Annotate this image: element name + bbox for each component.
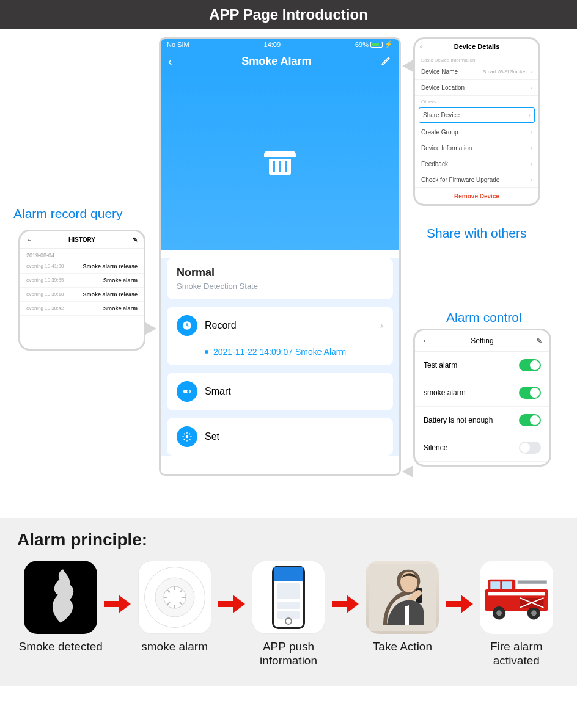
arrow-icon — [104, 595, 131, 616]
back-icon[interactable]: ‹ — [168, 54, 172, 68]
setting-row: Battery is not enough — [415, 407, 549, 434]
history-header: ← HISTORY ✎ — [20, 231, 144, 249]
setting-row: Test alarm — [415, 352, 549, 379]
diagram-stage: Alarm record query Share with others Ala… — [0, 29, 577, 518]
details-section-basic: Basic Device Information — [415, 54, 538, 64]
history-row: evening 19:39:55Smoke alarm — [20, 274, 144, 288]
label-alarm-control: Alarm control — [446, 310, 522, 325]
history-date: 2019-08-04 — [20, 249, 144, 260]
details-share-row[interactable]: Share Device› — [419, 107, 535, 123]
status-time: 14:09 — [264, 41, 281, 48]
banner-title: APP Page Introduction — [209, 6, 368, 23]
state-title: Normal — [177, 266, 383, 279]
edit-icon[interactable]: ✎ — [536, 337, 542, 345]
restore-defaults[interactable]: Restore Factory Defaults — [415, 205, 538, 206]
pointer-triangle — [402, 60, 413, 72]
svg-point-27 — [496, 610, 502, 616]
back-icon[interactable]: ‹ — [420, 43, 422, 50]
principle-section: Alarm principle: Smoke detected smoke al… — [0, 518, 577, 686]
label-alarm-record: Alarm record query — [13, 206, 123, 221]
toggle-switch[interactable] — [519, 414, 541, 426]
charging-icon: ⚡ — [384, 40, 393, 48]
details-name-row[interactable]: Device NameSmart Wi-Fi Smoke... › — [415, 64, 538, 80]
setting-row: Silence — [415, 434, 549, 462]
history-row: evening 19:38:42Smoke alarm — [20, 302, 144, 316]
battery-icon — [370, 42, 383, 48]
fire-truck-icon — [480, 561, 553, 634]
edit-icon[interactable] — [381, 55, 392, 68]
detector-icon — [138, 561, 211, 634]
setting-row: smoke alarm — [415, 379, 549, 407]
clock-icon — [177, 315, 197, 336]
status-bar: No SIM 14:09 69% ⚡ — [161, 39, 399, 49]
details-info-row[interactable]: Device Information› — [415, 140, 538, 156]
hero-area — [161, 73, 399, 250]
bullet-icon — [205, 350, 208, 354]
toggle-switch[interactable] — [519, 359, 541, 371]
step-smoke-detected: Smoke detected — [17, 561, 104, 654]
details-location-row[interactable]: Device Location› — [415, 80, 538, 96]
smart-card[interactable]: Smart — [167, 373, 393, 410]
step-fire-alarm: Fire alarm activated — [473, 561, 560, 668]
step-take-action: Take Action — [359, 561, 446, 654]
toggle-switch[interactable] — [519, 442, 541, 454]
status-battery: 69% ⚡ — [355, 40, 393, 48]
details-group-row[interactable]: Create Group› — [415, 125, 538, 140]
back-icon[interactable]: ← — [422, 337, 430, 345]
phone-icon — [252, 561, 325, 634]
status-carrier: No SIM — [167, 41, 189, 48]
pointer-triangle — [145, 322, 156, 335]
edit-icon[interactable]: ✎ — [133, 236, 138, 243]
arrow-icon — [218, 595, 245, 616]
arrow-icon — [446, 595, 473, 616]
history-popout: ← HISTORY ✎ 2019-08-04 evening 19:41:30S… — [18, 230, 145, 351]
history-row: evening 19:39:18Smoke alarm release — [20, 288, 144, 302]
step-smoke-alarm: smoke alarm — [131, 561, 218, 654]
smart-label: Smart — [205, 386, 231, 397]
details-feedback-row[interactable]: Feedback› — [415, 156, 538, 172]
history-row: evening 19:41:30Smoke alarm release — [20, 260, 144, 274]
arrow-icon — [332, 595, 359, 616]
details-firmware-row[interactable]: Check for Firmware Upgrade› — [415, 172, 538, 188]
nav-bar: ‹ Smoke Alarm — [161, 49, 399, 73]
svg-rect-2 — [285, 161, 287, 172]
person-phone-icon — [366, 561, 439, 634]
nav-title: Smoke Alarm — [241, 55, 311, 68]
cards-area: Normal Smoke Detection State Record › 20… — [161, 258, 399, 456]
toggle-switch[interactable] — [519, 387, 541, 399]
remove-device-button[interactable]: Remove Device — [415, 188, 538, 205]
set-card[interactable]: Set — [167, 418, 393, 456]
svg-rect-22 — [490, 581, 500, 589]
set-label: Set — [205, 431, 219, 442]
gear-icon — [177, 426, 197, 447]
svg-rect-0 — [273, 161, 275, 172]
svg-point-29 — [531, 610, 537, 616]
record-label: Record — [205, 320, 237, 331]
record-latest: 2021-11-22 14:09:07 Smoke Alarm — [177, 347, 383, 357]
toggle-icon — [177, 381, 197, 402]
smoke-alarm-icon — [260, 142, 300, 181]
details-header: ‹ Device Details — [415, 39, 538, 54]
device-details-popout: ‹ Device Details Basic Device Informatio… — [413, 37, 540, 206]
svg-point-5 — [187, 390, 190, 393]
chevron-right-icon: › — [380, 320, 383, 331]
setting-header: ← Setting ✎ — [415, 330, 549, 352]
svg-rect-25 — [518, 580, 547, 583]
record-card[interactable]: Record › 2021-11-22 14:09:07 Smoke Alarm — [167, 307, 393, 365]
step-app-push: APP push information — [245, 561, 332, 668]
details-section-others: Others — [415, 96, 538, 106]
svg-rect-24 — [488, 592, 545, 595]
smoke-icon — [24, 561, 97, 634]
state-subtitle: Smoke Detection State — [177, 282, 383, 291]
setting-popout: ← Setting ✎ Test alarm smoke alarm Batte… — [413, 329, 551, 467]
main-phone: No SIM 14:09 69% ⚡ ‹ Smoke Alarm Normal … — [159, 37, 401, 476]
state-card: Normal Smoke Detection State — [167, 258, 393, 299]
svg-rect-1 — [279, 161, 281, 172]
pointer-triangle — [402, 465, 413, 478]
principle-heading: Alarm principle: — [17, 530, 560, 550]
label-share: Share with others — [427, 226, 526, 241]
back-icon[interactable]: ← — [26, 236, 32, 243]
principle-steps: Smoke detected smoke alarm APP push info… — [17, 561, 560, 668]
svg-rect-23 — [502, 581, 512, 589]
header-banner: APP Page Introduction — [0, 0, 577, 29]
